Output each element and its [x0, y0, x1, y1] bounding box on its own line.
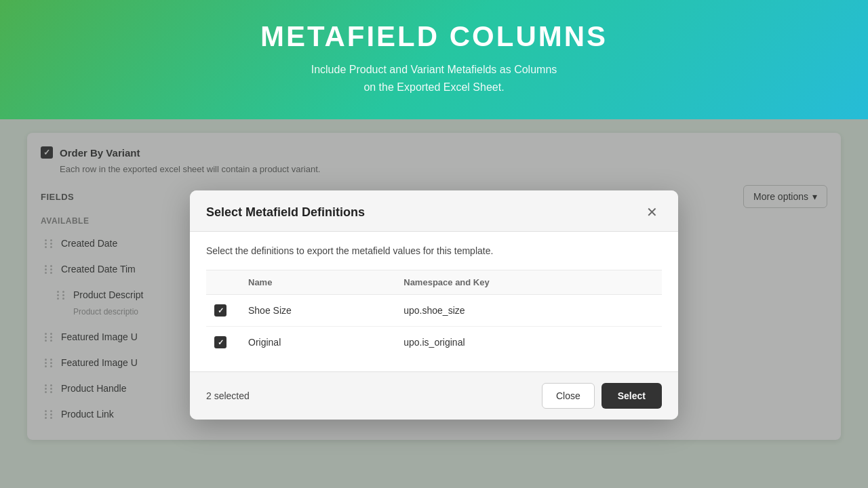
- modal-footer: 2 selected Close Select: [190, 371, 678, 420]
- table-row: Shoe Size upo.shoe_size: [206, 295, 662, 327]
- definition-namespace-1: upo.shoe_size: [395, 295, 662, 327]
- name-column-header: Name: [240, 270, 395, 295]
- definitions-table: Name Namespace and Key Shoe Size upo.sho…: [206, 270, 662, 358]
- modal-overlay: Select Metafield Definitions ✕ Select th…: [0, 119, 868, 488]
- modal-body: Select the definitions to export the met…: [190, 232, 678, 371]
- selected-count: 2 selected: [206, 390, 250, 401]
- definition-namespace-2: upo.is_original: [395, 327, 662, 359]
- namespace-key-column-header: Namespace and Key: [395, 270, 662, 295]
- modal-title: Select Metafield Definitions: [206, 205, 365, 220]
- select-metafield-modal: Select Metafield Definitions ✕ Select th…: [190, 190, 678, 420]
- checkbox-column-header: [206, 270, 240, 295]
- modal-header: Select Metafield Definitions ✕: [190, 190, 678, 232]
- modal-close-button[interactable]: ✕: [642, 204, 662, 220]
- modal-description: Select the definitions to export the met…: [206, 245, 662, 256]
- header: METAFIELD COLUMNS Include Product and Va…: [0, 0, 868, 119]
- select-button[interactable]: Select: [601, 383, 662, 409]
- row-checkbox-cell: [206, 295, 240, 327]
- row-checkbox-cell: [206, 327, 240, 359]
- page-title: METAFIELD COLUMNS: [14, 20, 854, 53]
- definition-checkbox-2[interactable]: [214, 336, 226, 348]
- main-content: Order By Variant Each row in the exporte…: [0, 119, 868, 488]
- definition-checkbox-1[interactable]: [214, 304, 226, 317]
- page-subtitle: Include Product and Variant Metafields a…: [14, 61, 854, 96]
- definition-name-2: Original: [240, 327, 395, 359]
- definition-name-1: Shoe Size: [240, 295, 395, 327]
- close-button[interactable]: Close: [542, 383, 595, 409]
- footer-buttons: Close Select: [542, 383, 662, 409]
- table-row: Original upo.is_original: [206, 327, 662, 359]
